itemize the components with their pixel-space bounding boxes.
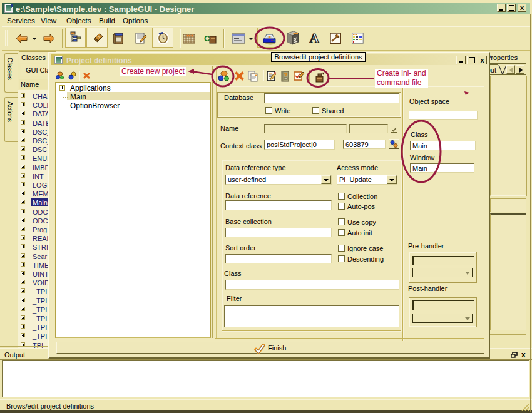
svg-text:A: A <box>309 32 319 44</box>
